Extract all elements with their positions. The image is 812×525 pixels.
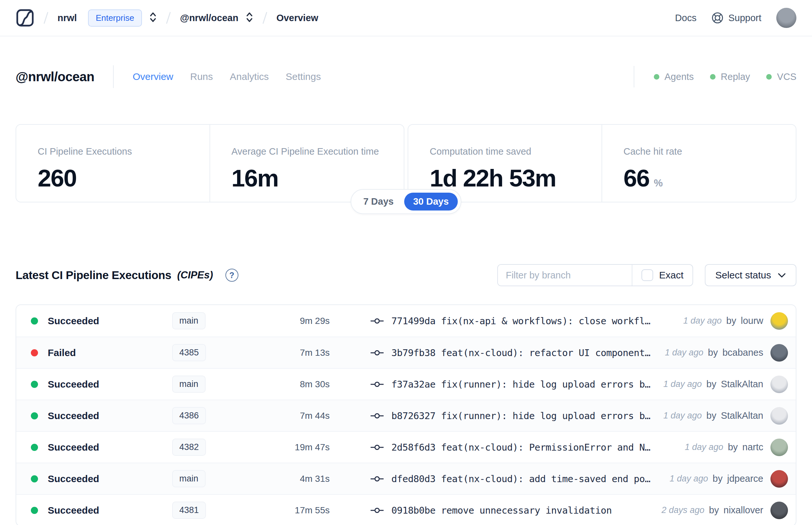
author-name[interactable]: bcabanes	[722, 347, 763, 358]
table-row[interactable]: Succeeded 4382 19m 47s 2d58f6d3 feat(nx-…	[16, 431, 796, 463]
help-icon[interactable]: ?	[226, 269, 239, 282]
table-row[interactable]: Succeeded 4381 17m 55s 0918b0be remove u…	[16, 494, 796, 525]
service-status-group: Agents Replay VCS	[634, 66, 796, 87]
author-avatar[interactable]	[770, 501, 788, 519]
by-label: by	[728, 442, 738, 452]
docs-link[interactable]: Docs	[675, 13, 696, 24]
table-row[interactable]: Succeeded main 4m 31s dfed80d3 feat(nx-c…	[16, 463, 796, 494]
by-label: by	[713, 473, 723, 484]
duration: 7m 44s	[270, 411, 330, 421]
branch-badge[interactable]: main	[172, 376, 205, 393]
nx-cloud-logo-icon[interactable]	[16, 9, 34, 27]
status-label: Succeeded	[48, 505, 99, 516]
branch-filter-group: Exact	[497, 264, 693, 286]
tab-runs[interactable]: Runs	[190, 71, 213, 82]
user-avatar[interactable]	[776, 8, 796, 28]
branch-filter-input[interactable]	[498, 265, 632, 286]
service-label: Replay	[721, 72, 750, 82]
green-status-dot	[654, 74, 659, 79]
stat-unit: %	[654, 177, 663, 189]
service-replay[interactable]: Replay	[710, 72, 750, 82]
table-row[interactable]: Succeeded 4386 7m 44s b8726327 fix(runne…	[16, 400, 796, 431]
support-link[interactable]: Support	[711, 12, 761, 24]
branch-badge[interactable]: 4382	[172, 439, 206, 456]
by-label: by	[708, 347, 718, 358]
range-30-days-button[interactable]: 30 Days	[404, 193, 458, 211]
exact-match-toggle[interactable]: Exact	[632, 265, 692, 286]
commit-icon	[371, 444, 384, 451]
by-label: by	[706, 379, 717, 390]
time-ago: 1 day ago	[663, 379, 702, 389]
commit-message[interactable]: 0918b0be remove unnecessary invalidation	[392, 505, 612, 516]
commit-message[interactable]: dfed80d3 feat(nx-cloud): add time-saved …	[392, 473, 650, 484]
author-name[interactable]: StalkAltan	[721, 379, 763, 390]
duration: 17m 55s	[270, 505, 330, 515]
status-label: Succeeded	[48, 410, 99, 421]
author-avatar[interactable]	[770, 376, 788, 393]
commit-icon	[371, 475, 384, 482]
branch-badge[interactable]: main	[172, 470, 205, 487]
author-name[interactable]: nartc	[742, 442, 763, 452]
author-avatar[interactable]	[770, 312, 788, 330]
green-status-dot	[766, 74, 772, 79]
time-ago: 1 day ago	[683, 316, 722, 326]
cipe-table: Succeeded main 9m 29s 771499da fix(nx-ap…	[16, 304, 796, 525]
breadcrumb-separator	[44, 12, 48, 24]
breadcrumb-separator	[166, 12, 171, 24]
commit-message[interactable]: 2d58f6d3 feat(nx-cloud): PermissionError…	[392, 442, 650, 453]
commit-icon	[371, 412, 384, 419]
tab-settings[interactable]: Settings	[286, 71, 321, 82]
branch-badge[interactable]: 4386	[172, 407, 206, 424]
status-dot	[31, 349, 38, 356]
status-filter-dropdown[interactable]: Select status	[705, 264, 796, 286]
breadcrumb-workspace[interactable]: @nrwl/ocean	[180, 13, 239, 24]
service-vcs[interactable]: VCS	[766, 72, 796, 82]
breadcrumb-org[interactable]: nrwl	[58, 13, 77, 24]
workspace-switcher-chevrons-icon[interactable]	[246, 11, 253, 25]
stat-label: Average CI Pipeline Execution time	[232, 146, 404, 157]
commit-message[interactable]: 3b79fb38 feat(nx-cloud): refactor UI com…	[392, 347, 650, 358]
cipe-section-header: Latest CI Pipeline Executions (CIPEs) ? …	[16, 264, 796, 286]
branch-badge[interactable]: main	[172, 312, 205, 329]
stat-label: CI Pipeline Executions	[38, 146, 210, 157]
section-title: Latest CI Pipeline Executions	[16, 269, 171, 282]
status-label: Failed	[48, 347, 76, 358]
author-name[interactable]: StalkAltan	[721, 410, 763, 421]
exact-checkbox[interactable]	[642, 269, 653, 281]
range-7-days-button[interactable]: 7 Days	[354, 193, 403, 211]
author-avatar[interactable]	[770, 439, 788, 456]
stat-value: 1d 22h 53m	[430, 164, 556, 192]
commit-message[interactable]: f37a32ae fix(runner): hide log upload er…	[392, 379, 650, 390]
table-row[interactable]: Failed 4385 7m 13s 3b79fb38 feat(nx-clou…	[16, 336, 796, 368]
commit-message[interactable]: 771499da fix(nx-api & workflows): close …	[392, 315, 650, 327]
status-filter-label: Select status	[715, 270, 771, 281]
branch-badge[interactable]: 4381	[172, 501, 206, 519]
author-name[interactable]: lourw	[741, 315, 763, 326]
time-ago: 1 day ago	[665, 348, 704, 358]
green-status-dot	[710, 74, 716, 79]
chevron-down-icon	[778, 272, 786, 278]
author-avatar[interactable]	[770, 344, 788, 362]
table-row[interactable]: Succeeded main 8m 30s f37a32ae fix(runne…	[16, 368, 796, 400]
status-label: Succeeded	[48, 473, 99, 484]
workspace-tabs: Overview Runs Analytics Settings	[133, 71, 321, 82]
commit-message[interactable]: b8726327 fix(runner): hide log upload er…	[392, 410, 650, 421]
lifebuoy-icon	[711, 12, 724, 24]
org-switcher-chevrons-icon[interactable]	[149, 11, 157, 25]
table-row[interactable]: Succeeded main 9m 29s 771499da fix(nx-ap…	[16, 305, 796, 336]
time-ago: 1 day ago	[685, 442, 723, 452]
author-avatar[interactable]	[770, 407, 788, 425]
tab-overview[interactable]: Overview	[133, 71, 173, 82]
branch-badge[interactable]: 4385	[172, 344, 206, 361]
commit-icon	[371, 317, 384, 325]
author-name[interactable]: nixallover	[724, 505, 764, 515]
duration: 4m 31s	[270, 474, 330, 484]
exact-label: Exact	[659, 270, 684, 281]
breadcrumb-separator	[262, 12, 267, 24]
author-avatar[interactable]	[770, 470, 788, 487]
service-agents[interactable]: Agents	[654, 72, 694, 82]
breadcrumb-page: Overview	[276, 13, 318, 24]
tab-analytics[interactable]: Analytics	[230, 71, 269, 82]
author-name[interactable]: jdpearce	[727, 473, 763, 484]
stat-card-cache-hit-rate: Cache hit rate 66 %	[602, 125, 796, 202]
